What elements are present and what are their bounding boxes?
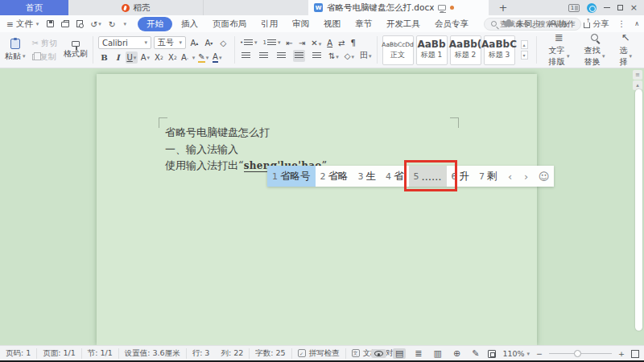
writing-mode-button[interactable]: ✎ — [469, 348, 481, 359]
char-scale-button[interactable]: A — [327, 39, 332, 47]
tab-document[interactable]: W 省略号电脑键盘怎么打.docx — [308, 0, 489, 15]
tab-docer[interactable]: 稻壳 — [68, 0, 204, 15]
font-name-select[interactable]: Calibri▾ — [98, 36, 151, 49]
ime-candidate-7[interactable]: 7剩 — [474, 166, 502, 187]
line-spacing-button[interactable]: ⇅▾ — [328, 51, 339, 60]
justify-button[interactable] — [293, 50, 305, 62]
shading-button[interactable]: ◇▾ — [345, 51, 354, 60]
zoom-level-button[interactable]: 110%▾ — [502, 349, 530, 358]
web-layout-button[interactable]: ⊕ — [451, 348, 463, 359]
copy-button[interactable]: 复制 — [32, 51, 57, 63]
customize-quickbar-icon[interactable]: ▾ — [123, 21, 126, 27]
paste-button[interactable]: 粘贴▾ — [5, 39, 26, 62]
cut-button[interactable]: ✂剪切 — [32, 38, 57, 49]
fullscreen-icon[interactable] — [631, 350, 639, 358]
document-page[interactable] — [97, 74, 537, 345]
zoom-in-button[interactable]: + — [618, 349, 625, 358]
ribbon-tab-review[interactable]: 审阅 — [285, 17, 316, 31]
style-chip-normal[interactable]: AaBbCcDd 正文 — [382, 35, 414, 65]
char-border-button[interactable]: A▾ — [139, 51, 151, 64]
scroll-top-icon[interactable]: ≡ — [633, 70, 642, 80]
numbering-button[interactable]: 1▾ — [263, 39, 281, 47]
ribbon-tab-section[interactable]: 章节 — [348, 17, 379, 31]
status-word-count[interactable]: 字数: 25 — [250, 348, 291, 359]
align-right-button[interactable] — [275, 50, 287, 62]
bullets-button[interactable]: •▾ — [240, 39, 258, 47]
style-chip-heading1[interactable]: AaBb 标题 1 — [416, 35, 448, 65]
format-painter-button[interactable]: 格式刷 — [64, 41, 88, 60]
clear-format-button[interactable]: ◇ — [217, 37, 229, 49]
ribbon-tab-page-layout[interactable]: 页面布局 — [205, 17, 254, 31]
read-layout-button[interactable]: ▥ — [431, 348, 444, 359]
ribbon-tab-insert[interactable]: 插入 — [174, 17, 205, 31]
styles-scroll-down-icon[interactable]: ▾ — [521, 51, 528, 60]
fit-page-icon[interactable] — [488, 350, 496, 358]
ime-next-page-button[interactable]: › — [518, 166, 535, 187]
zoom-slider[interactable] — [549, 353, 612, 354]
minimize-button[interactable] — [604, 7, 610, 8]
distribute-button[interactable] — [311, 50, 323, 62]
grow-font-button[interactable]: A▴ — [188, 37, 200, 49]
cloud-icon — [504, 22, 514, 27]
workspace-badge[interactable]: 1 — [568, 4, 580, 12]
superscript-button[interactable]: X2 — [153, 51, 165, 64]
increase-indent-button[interactable]: ⇥ — [299, 39, 305, 47]
restore-button[interactable] — [617, 5, 623, 10]
file-menu-button[interactable]: ≡ 文件 ▾ — [6, 19, 39, 30]
select-button[interactable]: ↖ 选择▾ — [619, 32, 632, 68]
zoom-out-button[interactable]: − — [536, 349, 543, 358]
style-chip-heading3[interactable]: AaBbC 标题 3 — [484, 35, 515, 65]
undo-button[interactable]: ↺▾ — [90, 19, 101, 29]
share-button[interactable]: 分享 — [584, 19, 609, 30]
cjk-layout-button[interactable]: ✕▾ — [311, 39, 321, 47]
collaborate-button[interactable]: 协作 — [549, 19, 575, 30]
collapse-ribbon-icon[interactable]: ∧ — [634, 20, 639, 27]
borders-button[interactable]: 田▾ — [360, 50, 372, 61]
account-avatar[interactable] — [587, 3, 597, 13]
ribbon-tab-home[interactable]: 开始 — [138, 17, 172, 31]
font-name-value: Calibri — [102, 39, 128, 47]
vertical-scrollbar[interactable] — [635, 89, 642, 331]
outline-view-button[interactable]: ≣ — [412, 348, 424, 359]
spell-check-button[interactable]: ✓拼写检查 — [292, 348, 346, 359]
page-view-button[interactable]: ▤ — [393, 348, 406, 359]
tab-home[interactable]: 首页 — [0, 0, 68, 15]
close-button[interactable]: × — [630, 3, 638, 12]
align-left-button[interactable] — [240, 50, 252, 62]
print-icon[interactable] — [61, 22, 69, 27]
phonetic-guide-button[interactable]: A。▾ — [180, 51, 196, 64]
print-preview-icon[interactable] — [76, 20, 83, 27]
zoom-slider-thumb[interactable] — [574, 350, 581, 357]
ime-candidate-1[interactable]: 1省略号 — [267, 166, 316, 187]
save-icon[interactable] — [47, 20, 54, 27]
subscript-button[interactable]: X2 — [167, 51, 179, 64]
ime-prev-page-button[interactable]: ‹ — [502, 166, 518, 187]
font-color-button[interactable]: A▾ — [211, 51, 223, 64]
ime-candidate-3[interactable]: 3生 — [353, 166, 382, 187]
bold-button[interactable]: B — [98, 51, 110, 64]
underline-button[interactable]: U▾ — [126, 51, 138, 64]
ribbon-tab-references[interactable]: 引用 — [254, 17, 285, 31]
show-marks-button[interactable]: ¶ — [350, 39, 355, 47]
text-layout-button[interactable]: ≣ 文字排版▾ — [549, 32, 570, 68]
styles-scroll-up-icon[interactable]: ▴ — [521, 40, 528, 49]
highlight-button[interactable]: ✎▾ — [197, 51, 209, 64]
ribbon-tab-member[interactable]: 会员专享 — [427, 17, 476, 31]
ribbon-tab-dev-tools[interactable]: 开发工具 — [379, 17, 427, 31]
redo-icon[interactable]: ↻ — [109, 19, 116, 29]
text-direction-button[interactable]: ⇄ — [338, 39, 345, 47]
sync-status-button[interactable]: 未同步 — [504, 19, 540, 30]
eye-protection-button[interactable] — [371, 349, 386, 358]
ribbon-tab-view[interactable]: 视图 — [316, 17, 348, 31]
new-tab-button[interactable]: + — [494, 0, 512, 15]
decrease-indent-button[interactable]: ⇤ — [287, 39, 293, 47]
align-center-button[interactable] — [258, 50, 270, 62]
italic-button[interactable]: I — [112, 51, 124, 64]
more-menu-icon[interactable]: ⋮ — [617, 19, 625, 28]
style-chip-heading2[interactable]: AaBb( 标题 2 — [450, 35, 481, 65]
find-replace-button[interactable]: 查找替换▾ — [584, 32, 605, 68]
shrink-font-button[interactable]: A▾ — [203, 37, 215, 49]
font-size-select[interactable]: 五号▾ — [154, 36, 186, 49]
ime-emoji-icon[interactable]: ☺ — [535, 166, 554, 187]
ime-candidate-2[interactable]: 2省略 — [316, 166, 353, 187]
